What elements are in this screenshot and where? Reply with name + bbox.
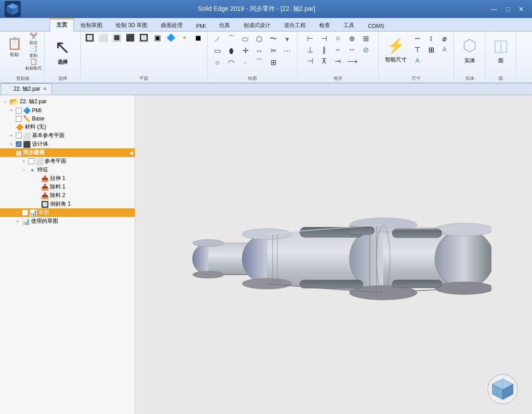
ribbon-tab-sim[interactable]: 仿真 bbox=[212, 19, 237, 32]
view-cube-icon[interactable] bbox=[487, 373, 518, 405]
draw-poly-btn[interactable]: ⬡ bbox=[253, 34, 266, 44]
tree-refplane2[interactable]: + ⬜ 参考平面 bbox=[0, 157, 135, 166]
copy-button[interactable]: 📑 复制 bbox=[25, 46, 41, 58]
relate-btn-8[interactable]: ⌢ bbox=[332, 45, 344, 55]
tree-design[interactable]: + ✓ ⬛ 设计体 bbox=[0, 140, 135, 148]
dim-btn-5[interactable]: ⊞ bbox=[425, 45, 437, 55]
draw-trim-btn[interactable]: ✂ bbox=[267, 46, 280, 56]
ribbon-tab-surface[interactable]: 曲面处理 bbox=[154, 19, 189, 32]
draw-arc2-btn[interactable]: ◠ bbox=[225, 57, 238, 68]
tree-refplane[interactable]: + ⬜ 基本参考平面 bbox=[0, 131, 135, 140]
tree-pmi-expand[interactable]: + bbox=[8, 107, 14, 114]
ribbon-tab-creative[interactable]: 创成式设计 bbox=[237, 19, 277, 32]
tree-pmi[interactable]: + 🔷 PMI bbox=[0, 106, 135, 115]
paste-button[interactable]: 📋 粘贴 bbox=[5, 33, 24, 60]
tree-chamfer1[interactable]: 🔲 倒斜角 1 bbox=[0, 200, 135, 208]
plane-btn-8[interactable]: 🔸 bbox=[178, 33, 191, 42]
draw-rect-btn[interactable]: ▭ bbox=[211, 46, 224, 56]
dim-btn-7[interactable]: A bbox=[411, 56, 424, 65]
tree-root-expand[interactable]: − bbox=[2, 99, 8, 105]
tree-sync-expand[interactable]: − bbox=[8, 150, 14, 156]
doc-tab-close[interactable]: ✕ bbox=[42, 86, 48, 92]
paste-format-button[interactable]: 📋 粘贴格式 bbox=[25, 59, 41, 70]
ribbon-tab-reverse[interactable]: 逆向工程 bbox=[277, 19, 312, 32]
dim-btn-1[interactable]: ↔ bbox=[411, 33, 424, 44]
draw-offset-btn[interactable]: ↔ bbox=[253, 46, 266, 56]
plane-btn-1[interactable]: 🔲 bbox=[83, 33, 96, 42]
plane-btn-5[interactable]: 🔲 bbox=[138, 33, 150, 42]
relate-btn-1[interactable]: ⊢ bbox=[304, 33, 316, 44]
draw-arc-btn[interactable]: ⌒ bbox=[225, 33, 238, 45]
relate-btn-6[interactable]: ⊥ bbox=[304, 45, 316, 55]
ribbon-tab-home[interactable]: 主页 bbox=[50, 18, 74, 32]
relate-btn-3[interactable]: ○ bbox=[332, 33, 344, 44]
solid-button[interactable]: ⬡ 实体 bbox=[457, 33, 482, 67]
tree-sketch1-checkbox[interactable] bbox=[22, 210, 28, 216]
cut-button[interactable]: ✂️ 剪切 bbox=[25, 33, 41, 45]
relate-btn-5[interactable]: ⊞ bbox=[360, 33, 372, 44]
plane-btn-7[interactable]: 🔷 bbox=[165, 33, 177, 42]
draw-trim2-btn[interactable]: ⋯ bbox=[281, 46, 294, 56]
tree-pmi-checkbox[interactable] bbox=[16, 108, 22, 114]
canvas-3d[interactable] bbox=[135, 95, 532, 414]
select-main-button[interactable]: ↖ 选择 bbox=[49, 33, 76, 69]
ribbon-tab-pmi[interactable]: PMI bbox=[189, 21, 212, 32]
tree-features-expand[interactable]: − bbox=[21, 167, 27, 173]
tree-refplane-checkbox[interactable] bbox=[16, 133, 22, 138]
relate-btn-9[interactable]: ↔ bbox=[346, 45, 358, 55]
tree-root[interactable]: − 📂 22. 轴2.par bbox=[0, 97, 135, 106]
draw-ellipse-btn[interactable]: ⬭ bbox=[239, 34, 252, 44]
tree-design-expand[interactable]: + bbox=[8, 141, 14, 147]
tree-base-checkbox[interactable] bbox=[16, 116, 22, 122]
relate-btn-14[interactable]: ⟶ bbox=[346, 56, 359, 66]
draw-more-btn[interactable]: ▼ bbox=[281, 35, 294, 44]
relate-btn-2[interactable]: ⊣ bbox=[318, 33, 330, 44]
surface-button[interactable]: ◫ 面 bbox=[488, 33, 513, 67]
ribbon-tab-tools[interactable]: 工具 bbox=[337, 19, 361, 32]
plane-btn-3[interactable]: 🔳 bbox=[110, 33, 123, 42]
plane-btn-2[interactable]: ⬜ bbox=[97, 33, 110, 42]
plane-btn-4[interactable]: ⬛ bbox=[124, 33, 137, 42]
tree-sketch1[interactable]: + 📊 草图 bbox=[0, 208, 135, 217]
ribbon-tab-sketch3d[interactable]: 绘制 3D 草图 bbox=[109, 19, 154, 32]
close-button[interactable]: ✕ bbox=[515, 4, 527, 14]
draw-fillet-btn[interactable]: ⌒ bbox=[253, 57, 266, 68]
draw-spline-btn[interactable]: 〜 bbox=[267, 33, 280, 45]
tree-refplane-expand[interactable]: + bbox=[8, 133, 14, 139]
draw-center-btn[interactable]: ✛ bbox=[239, 46, 252, 56]
tree-usedsketch-expand[interactable]: + bbox=[14, 218, 21, 225]
tree-design-checkbox[interactable]: ✓ bbox=[16, 141, 22, 147]
draw-line-btn[interactable]: ⟋ bbox=[211, 34, 224, 44]
plane-btn-9[interactable]: ◼ bbox=[192, 33, 204, 42]
maximize-button[interactable]: □ bbox=[501, 4, 514, 14]
tree-sketch1-expand[interactable]: + bbox=[14, 210, 21, 216]
draw-round-btn[interactable]: ⬮ bbox=[225, 46, 238, 56]
ribbon-tab-coms[interactable]: COMS bbox=[361, 21, 391, 32]
tree-base[interactable]: ✏️ Base bbox=[0, 115, 135, 123]
ribbon-tab-sketch[interactable]: 绘制草图 bbox=[74, 19, 109, 32]
draw-point-btn[interactable]: · bbox=[239, 58, 252, 68]
tree-extrude1[interactable]: 📤 拉伸 1 bbox=[0, 174, 135, 183]
relate-btn-4[interactable]: ⊕ bbox=[346, 33, 358, 44]
tree-features[interactable]: − 🔹 特征 bbox=[0, 166, 135, 174]
dim-btn-4[interactable]: ⊤ bbox=[411, 45, 424, 55]
plane-btn-6[interactable]: ▣ bbox=[151, 33, 164, 42]
dim-btn-2[interactable]: ↕ bbox=[425, 33, 437, 44]
doc-tab[interactable]: 📄 22. 轴2.par ✕ bbox=[1, 83, 52, 95]
relate-btn-10[interactable]: ⊘ bbox=[360, 45, 372, 55]
draw-pattern-btn[interactable]: ⊞ bbox=[267, 57, 280, 68]
draw-circle-btn[interactable]: ○ bbox=[211, 58, 224, 68]
dim-btn-6[interactable]: A bbox=[438, 45, 451, 55]
relate-btn-11[interactable]: ⊣ bbox=[304, 56, 316, 66]
smart-dimension-button[interactable]: ⚡ 智能尺寸 bbox=[381, 33, 410, 67]
tree-cutout2[interactable]: 📥 除料 2 bbox=[0, 191, 135, 200]
dim-btn-3[interactable]: ⌀ bbox=[438, 33, 451, 44]
tree-sync[interactable]: − ▦ 同步建模 ◀ bbox=[0, 148, 135, 157]
tree-usedsketch[interactable]: + 📊 使用的草图 bbox=[0, 217, 135, 225]
relate-btn-12[interactable]: ⊼ bbox=[318, 56, 330, 66]
tree-material[interactable]: 🔶 材料 (无) bbox=[0, 123, 135, 131]
minimize-button[interactable]: — bbox=[488, 4, 500, 14]
ribbon-tab-inspect[interactable]: 检查 bbox=[312, 19, 337, 32]
tree-cutout1[interactable]: 📥 除料 1 bbox=[0, 183, 135, 191]
tree-refplane2-expand[interactable]: + bbox=[21, 158, 27, 165]
